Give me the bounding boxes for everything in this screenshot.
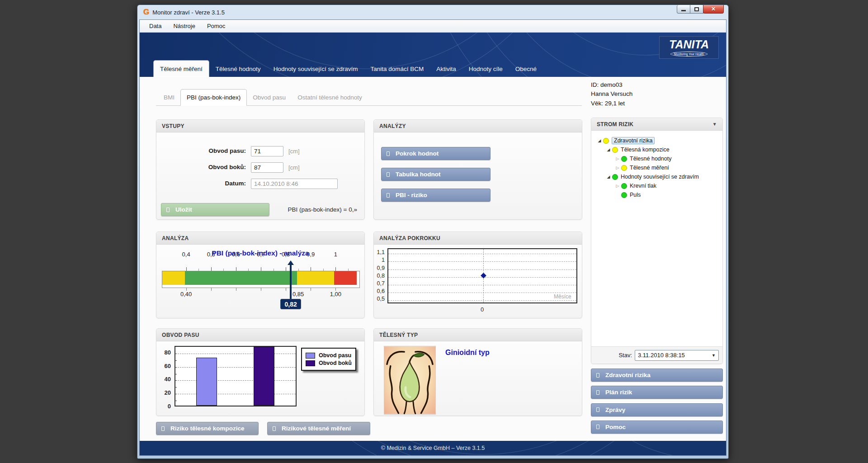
analysis-button-label: Pokrok hodnot [396,150,439,157]
gauge-minor-tick [198,269,199,271]
gauge-tick [211,267,212,271]
state-select-value: 3.11.2010 8:38:15 [638,352,685,359]
panel-inputs: VSTUPY Obvod pasu: [cm] Obvod boků: [cm]… [156,119,365,220]
panel-gauge: ANALÝZA PBI (pas-bok-index) - analýza 0,… [156,232,365,318]
tree-expander-icon[interactable]: ◢ [606,148,611,152]
bottom-action-button-label: Riziko tělesné kompozice [170,425,245,432]
button-icon [596,425,599,429]
minimize-button[interactable] [677,5,690,14]
analysis-button-label: Tabulka hodnot [396,171,441,178]
sub-tab[interactable]: PBI (pas-bok-index) [180,89,247,106]
menu-item-pomoc[interactable]: Pomoc [201,20,231,32]
panel-body-type-title: TĚLESNÝ TYP [374,329,582,341]
main-tab[interactable]: Aktivita [430,61,462,77]
tree-item[interactable]: ◢Hodnoty související se zdravím [594,172,721,181]
close-button[interactable]: ✕ [703,5,724,14]
sidebar-button-label: Zdravotní rizika [605,372,651,378]
date-label: Datum: [225,180,246,187]
progress-plot [387,248,577,303]
main-tab[interactable]: Hodnoty související se zdravím [267,61,364,77]
gauge-bar [162,271,360,288]
analysis-button[interactable]: PBI - riziko [381,189,491,202]
y-tick-label: 40 [156,376,171,383]
gauge-segment [185,271,297,285]
hip-input[interactable] [251,162,283,173]
sub-tab[interactable]: Ostatní tělesné hodnoty [292,90,368,105]
save-button-label: Uložit [175,206,192,213]
sub-tab[interactable]: BMI [158,90,180,105]
gauge-segment [162,271,185,285]
maximize-button[interactable] [690,5,703,14]
gauge-minor-tick [348,269,349,271]
tree-expander-icon[interactable]: ◢ [606,175,611,179]
main-tab[interactable]: Hodnoty cíle [462,61,509,77]
tree-item[interactable]: ◢Zdravotní rizika [594,136,721,145]
gauge-tick [236,267,236,271]
collapse-arrow-icon[interactable]: ▼ [712,122,717,127]
sidebar-button[interactable]: Pomoc [591,420,723,434]
date-input[interactable] [251,179,338,189]
tanita-tagline: Monitoring Your Health [670,52,708,57]
menu-item-nástroje[interactable]: Nástroje [167,20,201,32]
tree-item[interactable]: Puls [594,190,721,199]
gauge-minor-tick [298,269,299,271]
bottom-action-button[interactable]: Riziko tělesné kompozice [156,422,259,435]
gauge-minor-tick [323,269,324,271]
gridline [175,354,296,354]
gauge-minor-tick [223,269,224,271]
tree-expander-icon[interactable]: ◢ [597,139,602,143]
y-tick-label: 0,5 [374,296,385,302]
y-tick-label: 1,1 [374,249,385,255]
menubar: DataNástrojePomoc [140,20,726,33]
window-titlebar[interactable]: G Monitor zdraví - Verze 3.1.5 ✕ [139,5,726,19]
gauge-tick-label: 1 [326,251,344,258]
brand-logo: TANITA Monitoring Your Health [659,36,719,59]
hip-unit: [cm] [288,164,300,171]
gauge-tick [211,288,212,291]
sidebar-button[interactable]: Zdravotní rizika [591,369,723,382]
tree-item[interactable]: ▷Tělesné měření [594,163,721,172]
tree-expander-icon[interactable]: ▷ [615,184,620,188]
tree-item[interactable]: ▷Krevní tlak [594,181,721,190]
sidebar-button-label: Zprávy [605,406,625,413]
tree-item-label: Krevní tlak [630,183,656,189]
tree-expander-icon[interactable]: ▷ [615,166,620,170]
footer-bar: © Medizin & Service GmbH – Verze 3.1.5 [140,441,726,455]
tree-item[interactable]: ▷Tělesné hodnoty [594,154,721,163]
axis-minor-tick [175,394,177,394]
main-tab[interactable]: Tělesné měření [153,60,209,77]
analysis-button[interactable]: Tabulka hodnot [381,168,491,181]
main-tab[interactable]: Tělesné hodnoty [209,61,267,77]
bottom-action-button[interactable]: Rizikové tělesné měření [267,422,370,435]
bar-hip [254,347,274,406]
menu-item-data[interactable]: Data [143,20,167,32]
pbi-gauge: 0,40,50,60,70,80,910,400,851,000,82 [162,260,360,314]
axis-minor-tick [175,360,177,361]
gridline [388,254,576,254]
panel-analyses-title: ANALÝZY [374,120,582,132]
gauge-tick [286,267,286,271]
hip-label: Obvod boků: [208,164,246,170]
main-tab[interactable]: Obecné [509,61,543,77]
gauge-tick [335,267,336,271]
gauge-tick [261,267,261,271]
save-button[interactable]: Uložit [161,203,269,216]
gauge-tick [286,288,286,291]
analysis-button[interactable]: Pokrok hodnot [381,147,491,160]
sidebar-button[interactable]: Plán rizik [591,386,723,399]
app-icon: G [143,8,149,17]
gauge-bottom-label: 0,40 [176,291,197,298]
sidebar-button[interactable]: Zprávy [591,403,723,416]
legend-swatch [306,360,315,366]
y-tick-label: 0,9 [374,265,385,271]
risk-status-icon [621,183,627,189]
sidebar-button-label: Pomoc [605,424,626,430]
panel-waist-chart-title: OBVOD PASU [156,329,364,341]
gridline [175,367,296,368]
state-select[interactable]: 3.11.2010 8:38:15 ▼ [635,350,719,361]
waist-input[interactable] [251,146,283,156]
main-tab[interactable]: Tanita domácí BCM [364,61,430,77]
tree-expander-icon[interactable]: ▷ [615,157,620,161]
sub-tab[interactable]: Obvod pasu [247,90,292,105]
tree-item[interactable]: ◢Tělesná kompozice [594,145,721,154]
